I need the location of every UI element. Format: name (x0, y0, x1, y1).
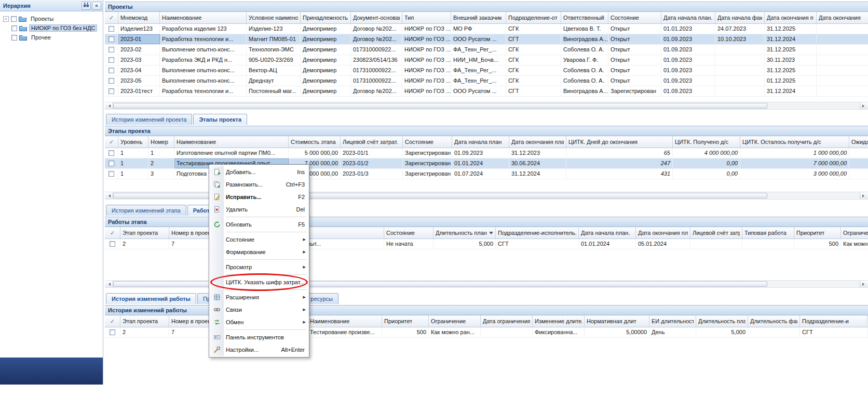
table-cell[interactable]: 247 (566, 158, 673, 168)
table-cell[interactable]: Зарегистрирован (608, 86, 661, 96)
tree-checkbox[interactable] (11, 35, 17, 41)
column-header[interactable]: Ответственный (561, 12, 608, 23)
table-cell[interactable]: 2 (120, 239, 169, 249)
table-cell[interactable]: Демопример (301, 76, 351, 86)
menu-item[interactable]: ЦИТК. Указать шифр затрат... (210, 276, 308, 288)
table-cell[interactable]: 30.06.2024 (509, 158, 566, 168)
column-header[interactable]: Документ-основан (351, 12, 402, 23)
column-header[interactable]: Дата окончания план (509, 136, 566, 148)
table-cell[interactable]: 2023-01/3 (341, 169, 403, 179)
table-cell[interactable] (748, 327, 800, 337)
row-checkbox[interactable] (108, 68, 114, 73)
table-cell[interactable]: 2023-04 (118, 65, 160, 75)
column-header[interactable]: Этап проекта (120, 227, 169, 239)
column-header[interactable]: Приоритет (794, 227, 841, 239)
table-row[interactable]: 11Изготовление опытной партии ПМ0...5 00… (105, 148, 868, 158)
table-cell[interactable]: Магнит ПМ085-01 (247, 34, 301, 44)
table-cell[interactable]: 2023-01 (118, 34, 160, 44)
column-header[interactable]: Стоимость этапа (289, 136, 341, 148)
table-cell[interactable]: Открыт (608, 45, 661, 55)
table-cell[interactable]: НИОКР по ГОЗ ... (402, 65, 451, 75)
table-cell[interactable]: СГК (506, 65, 561, 75)
menu-item[interactable]: Связи▶ (210, 303, 308, 316)
row-checkbox[interactable] (110, 241, 115, 247)
column-header[interactable]: Условное наименова (247, 12, 301, 23)
table-cell[interactable]: НИОКР по ГОЗ ... (402, 86, 451, 96)
tree-expander-icon[interactable]: − (3, 16, 9, 22)
column-header[interactable]: Наименование (160, 12, 247, 23)
menu-item[interactable]: Состояние▶ (210, 233, 308, 246)
table-cell[interactable]: 0,00 (673, 158, 740, 168)
table-cell[interactable]: 3 (148, 169, 174, 179)
tree-checkbox[interactable] (11, 16, 17, 22)
column-header[interactable]: Подразделение-исполнитель. (496, 227, 579, 239)
table-cell[interactable] (105, 45, 118, 55)
menu-item[interactable]: УдалитьDel (210, 203, 308, 216)
tree-item[interactable]: НИОКР по ГОЗ без НДС (1, 23, 102, 33)
table-cell[interactable]: СГТ (800, 327, 867, 337)
tree-item[interactable]: Прочее (1, 33, 102, 42)
scroll-left-button[interactable] (105, 102, 113, 109)
table-cell[interactable]: 01.09.2023 (661, 86, 715, 96)
table-cell[interactable] (105, 239, 120, 249)
table-cell[interactable] (690, 239, 742, 249)
table-cell[interactable] (817, 65, 868, 75)
scroll-right-button[interactable] (860, 102, 868, 109)
column-header[interactable]: Тип (402, 12, 451, 23)
row-checkbox[interactable] (108, 161, 114, 166)
menu-item[interactable]: Настройки...Alt+Enter (210, 343, 308, 356)
table-cell[interactable]: Технология-ЭМС (247, 45, 301, 55)
tree-item[interactable]: −Проекты (1, 14, 102, 23)
table-cell[interactable]: СГТ (506, 86, 561, 96)
table-cell[interactable] (105, 34, 118, 44)
table-cell[interactable] (817, 45, 868, 55)
column-header[interactable]: ✓ (105, 136, 118, 148)
table-cell[interactable]: 65 (566, 148, 673, 158)
table-cell[interactable]: 230823/0514/136 (351, 55, 402, 65)
table-cell[interactable]: 1 (118, 148, 148, 158)
table-cell[interactable]: 01.09.2023 (661, 45, 715, 55)
projects-horizontal-scrollbar[interactable] (105, 102, 868, 110)
table-cell[interactable]: 017310000922... (351, 65, 402, 75)
table-cell[interactable]: Демопример (301, 55, 351, 65)
table-cell[interactable]: 1 (118, 169, 148, 179)
table-cell[interactable]: НИОКР по ГОЗ ... (402, 76, 451, 86)
table-cell[interactable]: Открыт (608, 34, 661, 44)
table-cell[interactable] (105, 55, 118, 65)
table-cell[interactable] (105, 76, 118, 86)
table-cell[interactable]: Договор №202... (351, 86, 402, 96)
table-cell[interactable]: Виноградова А... (561, 34, 608, 44)
table-cell[interactable]: 01.09.2023 (452, 148, 509, 158)
table-cell[interactable]: Виноградова А... (561, 86, 608, 96)
table-cell[interactable]: 2023-03 (118, 55, 160, 65)
table-cell[interactable]: Открыт (608, 24, 661, 34)
table-cell[interactable]: День (649, 327, 696, 337)
table-cell[interactable]: 30.11.2023 (765, 55, 817, 65)
table-cell[interactable]: Демопример (301, 34, 351, 44)
table-cell[interactable] (481, 327, 533, 337)
column-header[interactable]: ЕИ длительности (649, 315, 696, 327)
table-cell[interactable] (105, 24, 118, 34)
column-header[interactable]: Мнемокод (118, 12, 160, 23)
table-cell[interactable]: 500 (382, 327, 429, 337)
table-cell[interactable]: СГК (506, 24, 561, 34)
table-cell[interactable]: 01.07.2024 (452, 169, 509, 179)
table-cell[interactable] (105, 148, 118, 158)
table-cell[interactable]: Как можно ран... (429, 327, 481, 337)
table-cell[interactable]: 2023-01/1 (341, 148, 403, 158)
table-cell[interactable]: 017310000922... (351, 76, 402, 86)
table-cell[interactable] (742, 239, 794, 249)
tab-item[interactable]: История изменений работы (106, 293, 196, 304)
table-cell[interactable]: 01.09.2023 (661, 55, 715, 65)
column-header[interactable]: Дата ограничения (481, 315, 533, 327)
table-cell[interactable]: Разработка ЭКД и РКД н... (160, 55, 247, 65)
table-cell[interactable]: 01.01.2024 (579, 239, 636, 249)
table-cell[interactable]: 31.12.2025 (765, 65, 817, 75)
column-header[interactable]: Ограничение (429, 315, 481, 327)
table-row[interactable]: 2023-01Разработка технологии и...Магнит … (105, 34, 868, 45)
table-cell[interactable]: Выполнение опытно-конс... (160, 45, 247, 55)
column-header[interactable]: Наименование (174, 136, 289, 148)
table-cell[interactable]: Договор №202... (351, 24, 402, 34)
table-cell[interactable]: НИОКР по ГОЗ ... (402, 55, 451, 65)
column-header[interactable]: Состояние (608, 12, 661, 23)
